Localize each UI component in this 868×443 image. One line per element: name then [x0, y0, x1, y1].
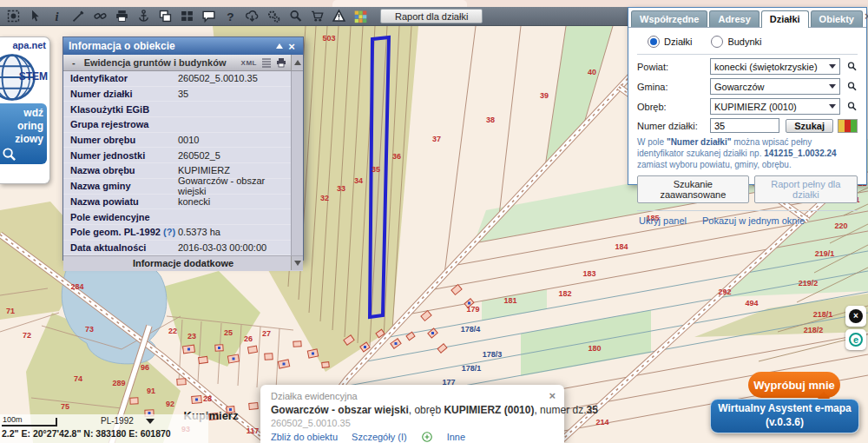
- parcel-label: 214: [595, 418, 608, 426]
- parcel-label: 284: [70, 282, 83, 291]
- close-icon[interactable]: ×: [286, 37, 298, 55]
- parcel-label: 22: [168, 327, 177, 335]
- search-powiat-icon[interactable]: [846, 61, 858, 72]
- help-link[interactable]: (?): [161, 227, 175, 237]
- cart-icon[interactable]: [306, 8, 328, 25]
- field-row-powiat: Powiat:konecki (świętokrzyskie): [637, 58, 858, 75]
- help-icon[interactable]: ?: [220, 8, 241, 25]
- collapse-icon[interactable]: [273, 37, 286, 55]
- xml-export-link[interactable]: XML: [241, 59, 257, 67]
- full-report-button[interactable]: Raport pełny dla działki: [754, 175, 858, 203]
- e-service-button-icon: e: [849, 333, 863, 347]
- feature-link-1[interactable]: Zbliż do obiektu: [271, 432, 338, 442]
- settings-icon[interactable]: [263, 8, 285, 25]
- parcel-label: 218/2: [804, 326, 824, 334]
- parcel-label: 23: [187, 332, 196, 341]
- info-row: Klasoużytki EGiB: [63, 102, 292, 117]
- marquee-select-icon[interactable]: [3, 8, 24, 25]
- obreb-select[interactable]: KUPIMIERZ (0010): [710, 98, 840, 115]
- info-row: Pole geom. PL-1992 (?)0.5373 ha: [63, 225, 292, 241]
- assistant-line2: (v.0.3.6): [711, 416, 858, 430]
- cursor-icon[interactable]: [24, 8, 46, 25]
- parcel-label: 219/1: [815, 249, 835, 258]
- radio-label: Działki: [664, 36, 692, 47]
- print-icon[interactable]: [276, 57, 286, 68]
- info-row: Data aktualności2016-03-03 00:00:00: [63, 241, 292, 256]
- crs-selector[interactable]: PL-1992: [101, 416, 155, 426]
- draw-measure-icon[interactable]: [68, 8, 89, 25]
- additional-info-link[interactable]: Informacje dodatkowe: [133, 258, 233, 268]
- list-view-icon[interactable]: [261, 57, 272, 68]
- radio-dot[interactable]: [648, 36, 660, 48]
- share-button[interactable]: ×: [845, 306, 866, 327]
- search-obreb-icon[interactable]: [846, 101, 858, 112]
- radio-dot[interactable]: [711, 36, 723, 48]
- single-window-link[interactable]: Pokazuj w jednym oknie: [702, 215, 805, 226]
- speech-bubble-icon[interactable]: [198, 8, 220, 25]
- side-buttons: ×e: [845, 306, 866, 350]
- plus-circle-icon[interactable]: [421, 431, 433, 443]
- popup-footer[interactable]: Informacje dodatkowe: [63, 255, 303, 271]
- assistant-bubble[interactable]: Wypróbuj mnie: [748, 372, 840, 398]
- parcel-label: 71: [6, 307, 15, 315]
- report-dzialka-button[interactable]: Raport dla działki: [380, 9, 483, 23]
- parcel-label: 73: [85, 325, 94, 334]
- cloud-download-icon[interactable]: [241, 8, 263, 25]
- e-service-button[interactable]: e: [845, 329, 866, 350]
- info-row-label: Numer obrębu: [63, 135, 178, 145]
- magnifier-icon[interactable]: [285, 8, 306, 25]
- browser-edge-strip: [0, 0, 868, 7]
- search-gmina-icon[interactable]: [846, 81, 858, 92]
- print-icon[interactable]: [111, 8, 133, 25]
- field-row-numer-dzialki: Numer działki:35Szukaj: [637, 118, 858, 133]
- hide-panel-link[interactable]: Ukryj panel: [639, 215, 687, 226]
- feature-link-2[interactable]: Szczegóły (I): [352, 432, 407, 442]
- tab-adresy[interactable]: Adresy: [709, 10, 759, 27]
- info-row: Identyfikator260502_5.0010.35: [63, 71, 292, 87]
- szukaj-button[interactable]: Szukaj: [786, 119, 833, 133]
- panel-links: Ukryj panel Pokazuj w jednym oknie: [637, 210, 858, 226]
- scroll-up-icon[interactable]: [291, 55, 303, 70]
- close-icon[interactable]: ×: [549, 389, 556, 402]
- virtual-assistant-button[interactable]: Wirtualny Asystent e-mapa (v.0.3.6): [710, 399, 859, 433]
- layout-tiles-icon[interactable]: [176, 8, 198, 25]
- gmina-select[interactable]: Gowarczów: [710, 78, 840, 95]
- scroll-down-icon[interactable]: [291, 256, 303, 270]
- emapa-ad-banner[interactable]: apa.net STEM wdź oring ziowy: [0, 36, 50, 184]
- info-row: Pole ewidencyjne: [63, 209, 292, 225]
- banner-ad-box[interactable]: wdź oring ziowy: [0, 103, 47, 164]
- radio-działki[interactable]: Działki: [648, 36, 692, 48]
- legend-mosaic-icon[interactable]: [350, 8, 372, 25]
- parcel-label: 178/1: [462, 364, 482, 373]
- feature-links: Zbliż do obiektuSzczegóły (I)Inne: [271, 431, 554, 443]
- search-panel: WspółrzędneAdresyDziałkiObiekty × Działk…: [628, 7, 867, 185]
- popup-section-header[interactable]: - Ewidencja gruntów i budynków XML: [63, 55, 303, 71]
- tab-współrzędne[interactable]: Współrzędne: [631, 10, 707, 27]
- anchor-icon[interactable]: [133, 8, 155, 25]
- link-icon[interactable]: [89, 8, 111, 25]
- tab-działki[interactable]: Działki: [761, 10, 809, 28]
- parcel-label: 36: [392, 152, 401, 161]
- popup-scrollbar[interactable]: [291, 71, 303, 255]
- advanced-search-button[interactable]: Szukanie zaawansowane: [637, 175, 749, 203]
- parcel-label: 33: [337, 184, 345, 193]
- numer-dzialki-input[interactable]: 35: [710, 118, 779, 133]
- parcel-label: 37: [432, 135, 441, 143]
- info-row-label: Numer działki: [63, 89, 178, 99]
- field-row-obreb: Obręb:KUPIMIERZ (0010): [637, 98, 858, 115]
- info-row-label: Data aktualności: [63, 242, 178, 253]
- feature-link-3[interactable]: Inne: [447, 432, 465, 442]
- radio-budynki[interactable]: Budynki: [711, 36, 761, 48]
- warning-icon[interactable]: [328, 8, 350, 25]
- parcel-label: 75: [61, 402, 69, 411]
- chevron-down-icon: [146, 419, 155, 424]
- close-icon[interactable]: ×: [865, 10, 868, 23]
- tab-obiekty[interactable]: Obiekty: [811, 10, 863, 27]
- info-icon[interactable]: i: [46, 8, 68, 25]
- section-collapse-toggle[interactable]: -: [72, 57, 76, 68]
- copy-window-icon[interactable]: [155, 8, 176, 25]
- powiat-select[interactable]: konecki (świętokrzyskie): [710, 58, 840, 75]
- parcel-label: 182: [558, 289, 571, 298]
- parcel-label: 26: [244, 334, 253, 343]
- map-statusbar: 100m PL-1992 2.2" E: 20°27'42.8" N: 3831…: [0, 414, 208, 443]
